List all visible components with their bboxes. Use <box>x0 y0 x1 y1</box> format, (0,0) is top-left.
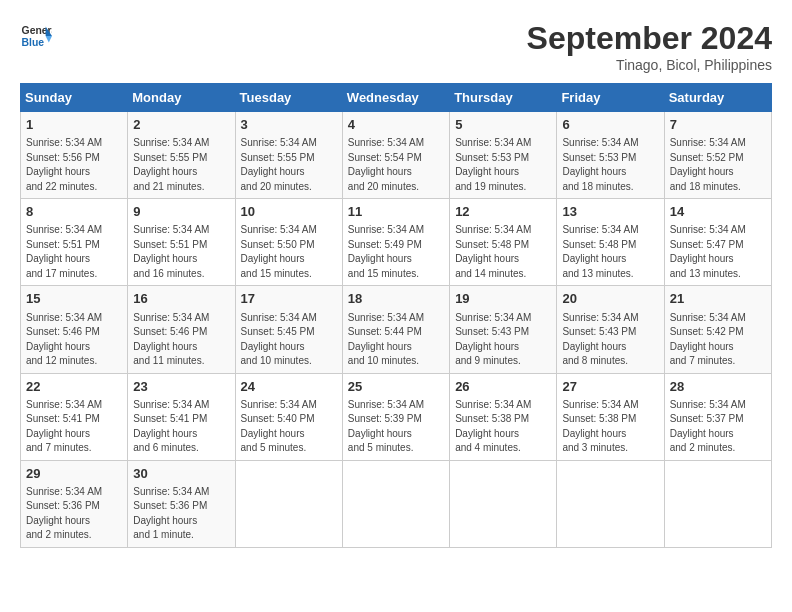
week-row-5: 29 Sunrise: 5:34 AMSunset: 5:36 PMDaylig… <box>21 460 772 547</box>
empty-cell <box>450 460 557 547</box>
day-cell-22: 22 Sunrise: 5:34 AMSunset: 5:41 PMDaylig… <box>21 373 128 460</box>
day-info: Sunrise: 5:34 AMSunset: 5:45 PMDaylight … <box>241 311 337 369</box>
day-number: 29 <box>26 465 122 483</box>
day-number: 10 <box>241 203 337 221</box>
day-cell-7: 7 Sunrise: 5:34 AMSunset: 5:52 PMDayligh… <box>664 112 771 199</box>
logo: General Blue <box>20 20 52 52</box>
day-cell-2: 2 Sunrise: 5:34 AMSunset: 5:55 PMDayligh… <box>128 112 235 199</box>
day-cell-15: 15 Sunrise: 5:34 AMSunset: 5:46 PMDaylig… <box>21 286 128 373</box>
week-row-1: 1 Sunrise: 5:34 AMSunset: 5:56 PMDayligh… <box>21 112 772 199</box>
empty-cell <box>557 460 664 547</box>
day-number: 24 <box>241 378 337 396</box>
day-cell-11: 11 Sunrise: 5:34 AMSunset: 5:49 PMDaylig… <box>342 199 449 286</box>
day-cell-4: 4 Sunrise: 5:34 AMSunset: 5:54 PMDayligh… <box>342 112 449 199</box>
day-cell-25: 25 Sunrise: 5:34 AMSunset: 5:39 PMDaylig… <box>342 373 449 460</box>
day-cell-20: 20 Sunrise: 5:34 AMSunset: 5:43 PMDaylig… <box>557 286 664 373</box>
day-cell-1: 1 Sunrise: 5:34 AMSunset: 5:56 PMDayligh… <box>21 112 128 199</box>
day-cell-26: 26 Sunrise: 5:34 AMSunset: 5:38 PMDaylig… <box>450 373 557 460</box>
day-info: Sunrise: 5:34 AMSunset: 5:46 PMDaylight … <box>133 311 229 369</box>
week-row-3: 15 Sunrise: 5:34 AMSunset: 5:46 PMDaylig… <box>21 286 772 373</box>
title-area: September 2024 Tinago, Bicol, Philippine… <box>527 20 772 73</box>
svg-text:Blue: Blue <box>22 37 45 48</box>
svg-marker-3 <box>46 36 52 42</box>
day-cell-24: 24 Sunrise: 5:34 AMSunset: 5:40 PMDaylig… <box>235 373 342 460</box>
day-number: 13 <box>562 203 658 221</box>
col-friday: Friday <box>557 84 664 112</box>
day-number: 11 <box>348 203 444 221</box>
day-cell-21: 21 Sunrise: 5:34 AMSunset: 5:42 PMDaylig… <box>664 286 771 373</box>
day-info: Sunrise: 5:34 AMSunset: 5:55 PMDaylight … <box>241 136 337 194</box>
day-info: Sunrise: 5:34 AMSunset: 5:49 PMDaylight … <box>348 223 444 281</box>
day-info: Sunrise: 5:34 AMSunset: 5:51 PMDaylight … <box>26 223 122 281</box>
day-info: Sunrise: 5:34 AMSunset: 5:48 PMDaylight … <box>455 223 551 281</box>
day-cell-29: 29 Sunrise: 5:34 AMSunset: 5:36 PMDaylig… <box>21 460 128 547</box>
day-number: 20 <box>562 290 658 308</box>
day-number: 17 <box>241 290 337 308</box>
day-cell-12: 12 Sunrise: 5:34 AMSunset: 5:48 PMDaylig… <box>450 199 557 286</box>
day-info: Sunrise: 5:34 AMSunset: 5:56 PMDaylight … <box>26 136 122 194</box>
day-info: Sunrise: 5:34 AMSunset: 5:48 PMDaylight … <box>562 223 658 281</box>
day-cell-10: 10 Sunrise: 5:34 AMSunset: 5:50 PMDaylig… <box>235 199 342 286</box>
day-info: Sunrise: 5:34 AMSunset: 5:41 PMDaylight … <box>26 398 122 456</box>
day-cell-23: 23 Sunrise: 5:34 AMSunset: 5:41 PMDaylig… <box>128 373 235 460</box>
day-number: 18 <box>348 290 444 308</box>
day-number: 25 <box>348 378 444 396</box>
day-number: 27 <box>562 378 658 396</box>
day-number: 7 <box>670 116 766 134</box>
day-info: Sunrise: 5:34 AMSunset: 5:39 PMDaylight … <box>348 398 444 456</box>
day-cell-13: 13 Sunrise: 5:34 AMSunset: 5:48 PMDaylig… <box>557 199 664 286</box>
day-cell-5: 5 Sunrise: 5:34 AMSunset: 5:53 PMDayligh… <box>450 112 557 199</box>
day-info: Sunrise: 5:34 AMSunset: 5:50 PMDaylight … <box>241 223 337 281</box>
day-cell-28: 28 Sunrise: 5:34 AMSunset: 5:37 PMDaylig… <box>664 373 771 460</box>
day-info: Sunrise: 5:34 AMSunset: 5:53 PMDaylight … <box>455 136 551 194</box>
day-number: 8 <box>26 203 122 221</box>
day-cell-19: 19 Sunrise: 5:34 AMSunset: 5:43 PMDaylig… <box>450 286 557 373</box>
day-info: Sunrise: 5:34 AMSunset: 5:43 PMDaylight … <box>455 311 551 369</box>
day-number: 19 <box>455 290 551 308</box>
week-row-4: 22 Sunrise: 5:34 AMSunset: 5:41 PMDaylig… <box>21 373 772 460</box>
day-info: Sunrise: 5:34 AMSunset: 5:38 PMDaylight … <box>455 398 551 456</box>
day-info: Sunrise: 5:34 AMSunset: 5:44 PMDaylight … <box>348 311 444 369</box>
day-info: Sunrise: 5:34 AMSunset: 5:53 PMDaylight … <box>562 136 658 194</box>
day-info: Sunrise: 5:34 AMSunset: 5:41 PMDaylight … <box>133 398 229 456</box>
col-saturday: Saturday <box>664 84 771 112</box>
day-info: Sunrise: 5:34 AMSunset: 5:51 PMDaylight … <box>133 223 229 281</box>
day-info: Sunrise: 5:34 AMSunset: 5:43 PMDaylight … <box>562 311 658 369</box>
day-info: Sunrise: 5:34 AMSunset: 5:37 PMDaylight … <box>670 398 766 456</box>
day-number: 6 <box>562 116 658 134</box>
day-info: Sunrise: 5:34 AMSunset: 5:42 PMDaylight … <box>670 311 766 369</box>
location: Tinago, Bicol, Philippines <box>527 57 772 73</box>
day-cell-6: 6 Sunrise: 5:34 AMSunset: 5:53 PMDayligh… <box>557 112 664 199</box>
col-wednesday: Wednesday <box>342 84 449 112</box>
month-title: September 2024 <box>527 20 772 57</box>
empty-cell <box>342 460 449 547</box>
day-info: Sunrise: 5:34 AMSunset: 5:47 PMDaylight … <box>670 223 766 281</box>
header-row: Sunday Monday Tuesday Wednesday Thursday… <box>21 84 772 112</box>
col-sunday: Sunday <box>21 84 128 112</box>
day-info: Sunrise: 5:34 AMSunset: 5:36 PMDaylight … <box>133 485 229 543</box>
day-cell-27: 27 Sunrise: 5:34 AMSunset: 5:38 PMDaylig… <box>557 373 664 460</box>
day-number: 2 <box>133 116 229 134</box>
day-number: 4 <box>348 116 444 134</box>
day-cell-17: 17 Sunrise: 5:34 AMSunset: 5:45 PMDaylig… <box>235 286 342 373</box>
day-info: Sunrise: 5:34 AMSunset: 5:40 PMDaylight … <box>241 398 337 456</box>
day-info: Sunrise: 5:34 AMSunset: 5:38 PMDaylight … <box>562 398 658 456</box>
day-number: 9 <box>133 203 229 221</box>
day-cell-18: 18 Sunrise: 5:34 AMSunset: 5:44 PMDaylig… <box>342 286 449 373</box>
week-row-2: 8 Sunrise: 5:34 AMSunset: 5:51 PMDayligh… <box>21 199 772 286</box>
day-info: Sunrise: 5:34 AMSunset: 5:36 PMDaylight … <box>26 485 122 543</box>
day-cell-8: 8 Sunrise: 5:34 AMSunset: 5:51 PMDayligh… <box>21 199 128 286</box>
day-number: 21 <box>670 290 766 308</box>
day-number: 30 <box>133 465 229 483</box>
col-monday: Monday <box>128 84 235 112</box>
day-info: Sunrise: 5:34 AMSunset: 5:46 PMDaylight … <box>26 311 122 369</box>
day-cell-16: 16 Sunrise: 5:34 AMSunset: 5:46 PMDaylig… <box>128 286 235 373</box>
logo-icon: General Blue <box>20 20 52 52</box>
col-tuesday: Tuesday <box>235 84 342 112</box>
day-number: 28 <box>670 378 766 396</box>
day-number: 16 <box>133 290 229 308</box>
day-info: Sunrise: 5:34 AMSunset: 5:52 PMDaylight … <box>670 136 766 194</box>
empty-cell <box>664 460 771 547</box>
day-number: 15 <box>26 290 122 308</box>
day-number: 26 <box>455 378 551 396</box>
